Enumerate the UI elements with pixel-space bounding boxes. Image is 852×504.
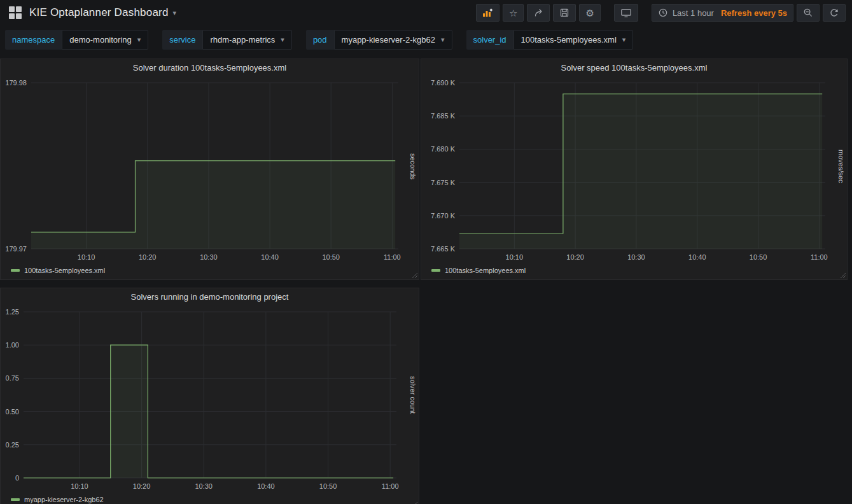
variable-service-label: service xyxy=(162,30,202,50)
svg-text:179.98: 179.98 xyxy=(5,79,27,87)
svg-text:7.670 K: 7.670 K xyxy=(431,212,456,220)
variable-pod: pod myapp-kieserver-2-kgb62 ▾ xyxy=(306,30,452,50)
refresh-button[interactable] xyxy=(823,4,846,22)
zoom-out-button[interactable] xyxy=(797,4,820,22)
star-icon: ☆ xyxy=(509,8,517,18)
legend-series-label: myapp-kieserver-2-kgb62 xyxy=(24,496,104,503)
navbar-actions: ☆ ⚙ xyxy=(476,4,846,22)
chevron-down-icon: ▾ xyxy=(441,36,445,43)
variable-solver-id-value: 100tasks-5employees.xml xyxy=(521,35,617,45)
settings-button[interactable]: ⚙ xyxy=(579,4,600,22)
variable-namespace: namespace demo-monitoring ▾ xyxy=(5,30,148,50)
save-icon xyxy=(559,8,569,18)
star-button[interactable]: ☆ xyxy=(503,4,524,22)
variable-pod-select[interactable]: myapp-kieserver-2-kgb62 ▾ xyxy=(334,30,452,50)
y-axis-right-label: solver count xyxy=(409,306,417,484)
chevron-down-icon: ▾ xyxy=(281,36,284,43)
variable-pod-value: myapp-kieserver-2-kgb62 xyxy=(342,35,435,45)
variable-service-value: rhdm-app-metrics xyxy=(210,35,275,45)
panel-solver-speed: Solver speed 100tasks-5employees.xml 7.6… xyxy=(421,59,848,280)
menu-grid-icon[interactable] xyxy=(9,6,22,19)
y-axis-right-label: seconds xyxy=(409,77,417,255)
refresh-icon xyxy=(829,8,839,18)
y-axis-right-label: moves/sec xyxy=(837,77,845,255)
svg-text:10:30: 10:30 xyxy=(200,253,218,261)
time-range-label: Last 1 hour xyxy=(673,8,714,18)
variable-solver-id: solver_id 100tasks-5employees.xml ▾ xyxy=(466,30,634,50)
variable-namespace-select[interactable]: demo-monitoring ▾ xyxy=(62,30,148,50)
chevron-down-icon: ▾ xyxy=(137,36,141,43)
panel-title[interactable]: Solver duration 100tasks-5employees.xml xyxy=(1,59,419,77)
svg-text:10:40: 10:40 xyxy=(261,253,279,261)
dashboard-title: KIE Optaplanner Dashboard xyxy=(29,6,169,19)
zoom-out-icon xyxy=(803,8,813,18)
chart-canvas-solver-duration[interactable]: 179.97179.9810:1010:2010:3010:4010:5011:… xyxy=(1,77,419,264)
svg-text:0: 0 xyxy=(15,474,19,482)
share-icon xyxy=(533,8,543,18)
panel-title[interactable]: Solvers running in demo-monitoring proje… xyxy=(1,288,419,306)
variable-pod-label: pod xyxy=(306,30,334,50)
svg-text:10:40: 10:40 xyxy=(688,253,706,261)
legend-series-label: 100tasks-5employees.xml xyxy=(445,267,526,274)
svg-text:10:10: 10:10 xyxy=(71,482,88,490)
variable-namespace-value: demo-monitoring xyxy=(69,35,132,45)
panel-resize-handle[interactable] xyxy=(411,272,417,278)
svg-text:10:10: 10:10 xyxy=(506,253,524,261)
refresh-interval-label: Refresh every 5s xyxy=(721,8,787,18)
legend-series-swatch xyxy=(11,269,20,272)
variable-service-select[interactable]: rhdm-app-metrics ▾ xyxy=(202,30,291,50)
chevron-down-icon: ▾ xyxy=(173,10,177,17)
svg-text:11:00: 11:00 xyxy=(384,253,401,261)
svg-text:10:50: 10:50 xyxy=(319,482,337,490)
svg-text:10:20: 10:20 xyxy=(566,253,584,261)
gear-icon: ⚙ xyxy=(585,8,594,18)
bar-chart-plus-icon xyxy=(482,8,493,17)
svg-text:10:10: 10:10 xyxy=(78,253,95,261)
svg-text:7.665 K: 7.665 K xyxy=(431,245,456,253)
clock-icon xyxy=(658,8,668,18)
svg-text:1.00: 1.00 xyxy=(6,341,19,349)
svg-text:10:30: 10:30 xyxy=(627,253,645,261)
save-button[interactable] xyxy=(553,4,576,22)
chevron-down-icon: ▾ xyxy=(622,36,626,43)
svg-text:179.97: 179.97 xyxy=(5,245,27,253)
navbar: KIE Optaplanner Dashboard ▾ ☆ xyxy=(0,0,852,25)
template-variables-bar: namespace demo-monitoring ▾ service rhdm… xyxy=(0,25,852,53)
variable-service: service rhdm-app-metrics ▾ xyxy=(162,30,292,50)
legend-item[interactable]: myapp-kieserver-2-kgb62 xyxy=(11,496,104,503)
dashboard-title-dropdown[interactable]: KIE Optaplanner Dashboard ▾ xyxy=(29,6,176,19)
chart-canvas-solvers-running[interactable]: 00.250.500.751.001.2510:1010:2010:3010:4… xyxy=(1,306,419,493)
svg-text:7.675 K: 7.675 K xyxy=(431,179,456,186)
add-panel-button[interactable] xyxy=(476,4,499,22)
svg-text:7.690 K: 7.690 K xyxy=(431,79,456,87)
svg-text:10:50: 10:50 xyxy=(750,253,767,261)
variable-namespace-label: namespace xyxy=(5,30,62,50)
svg-text:0.75: 0.75 xyxy=(6,374,19,382)
time-picker-button[interactable]: Last 1 hour Refresh every 5s xyxy=(652,4,793,22)
svg-text:7.680 K: 7.680 K xyxy=(431,145,456,153)
svg-text:10:30: 10:30 xyxy=(195,482,213,490)
svg-text:0.50: 0.50 xyxy=(6,408,19,416)
share-button[interactable] xyxy=(527,4,550,22)
cycle-view-button[interactable] xyxy=(614,4,638,22)
panel-resize-handle[interactable] xyxy=(839,272,846,278)
legend-item[interactable]: 100tasks-5employees.xml xyxy=(431,267,526,274)
variable-solver-id-select[interactable]: 100tasks-5employees.xml ▾ xyxy=(513,30,634,50)
svg-text:11:00: 11:00 xyxy=(382,482,399,490)
svg-text:0.25: 0.25 xyxy=(6,441,19,449)
legend-series-swatch xyxy=(11,498,20,501)
svg-text:1.25: 1.25 xyxy=(6,308,19,316)
panel-solver-duration: Solver duration 100tasks-5employees.xml … xyxy=(0,59,419,280)
panel-resize-handle[interactable] xyxy=(411,501,417,504)
legend-series-swatch xyxy=(431,269,440,272)
panel-title[interactable]: Solver speed 100tasks-5employees.xml xyxy=(421,59,847,77)
panel-solvers-running: Solvers running in demo-monitoring proje… xyxy=(0,288,419,504)
svg-text:10:50: 10:50 xyxy=(322,253,340,261)
legend-item[interactable]: 100tasks-5employees.xml xyxy=(11,267,105,274)
svg-text:10:40: 10:40 xyxy=(257,482,275,490)
monitor-icon xyxy=(620,8,632,18)
svg-text:10:20: 10:20 xyxy=(133,482,151,490)
svg-text:11:00: 11:00 xyxy=(811,253,828,261)
variable-solver-id-label: solver_id xyxy=(466,30,513,50)
chart-canvas-solver-speed[interactable]: 7.665 K7.670 K7.675 K7.680 K7.685 K7.690… xyxy=(421,77,847,264)
